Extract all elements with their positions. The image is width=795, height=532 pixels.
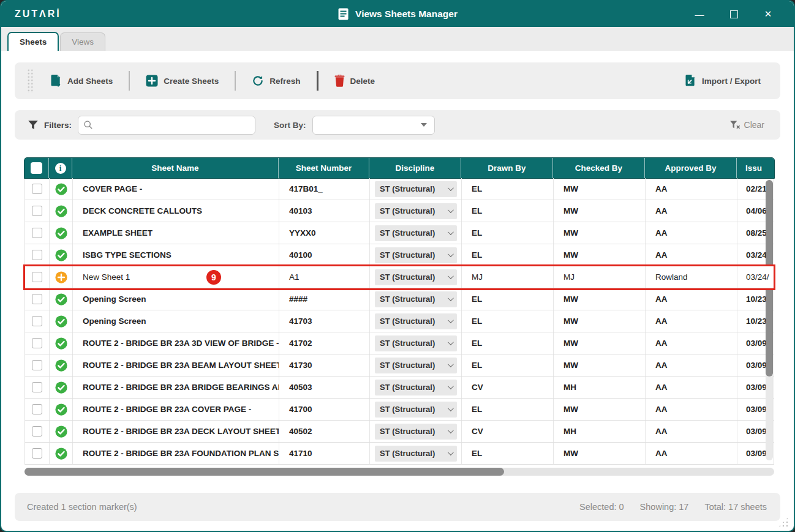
- header-sheet-name[interactable]: Sheet Name: [72, 158, 279, 178]
- tab-sheets[interactable]: Sheets: [7, 32, 59, 51]
- sheet-number-cell[interactable]: 40502: [279, 421, 370, 442]
- search-box[interactable]: [78, 116, 255, 135]
- sheet-number-cell[interactable]: 40100: [279, 244, 370, 266]
- drawn-by-cell[interactable]: EL: [462, 200, 554, 222]
- table-row[interactable]: ROUTE 2 - BRIDGE BR 23A FOUNDATION PLAN …: [25, 443, 774, 465]
- sheet-name-cell[interactable]: New Sheet 1 9: [73, 266, 279, 288]
- checked-by-cell[interactable]: MW: [554, 332, 646, 354]
- approved-by-cell[interactable]: AA: [646, 443, 737, 464]
- header-sheet-number[interactable]: Sheet Number: [279, 158, 369, 178]
- table-row[interactable]: COVER PAGE - 417B01_ ST (Structural) EL …: [25, 178, 774, 200]
- sheet-name-cell[interactable]: ROUTE 2 - BRIDGE BR 23A FOUNDATION PLAN …: [73, 443, 279, 464]
- checked-by-cell[interactable]: MW: [554, 399, 646, 420]
- issue-date-cell[interactable]: 03/24/: [737, 266, 774, 288]
- sheet-number-cell[interactable]: 41710: [279, 443, 370, 464]
- sheet-name-cell[interactable]: ISBG TYPE SECTIONS: [73, 244, 279, 266]
- sheet-number-cell[interactable]: 40103: [279, 200, 370, 222]
- search-input[interactable]: [93, 121, 250, 130]
- sheet-number-cell[interactable]: A1: [279, 266, 370, 288]
- table-row[interactable]: ROUTE 2 - BRIDGE BR 23A COVER PAGE - 417…: [25, 399, 774, 421]
- row-checkbox[interactable]: [32, 184, 42, 194]
- import-export-button[interactable]: Import / Export: [684, 74, 761, 88]
- discipline-dropdown[interactable]: ST (Structural): [375, 247, 457, 263]
- checked-by-cell[interactable]: MW: [554, 288, 646, 310]
- drawn-by-cell[interactable]: EL: [462, 443, 554, 464]
- row-checkbox[interactable]: [32, 228, 42, 238]
- header-checked-by[interactable]: Checked By: [553, 158, 645, 178]
- approved-by-cell[interactable]: Rowland: [646, 266, 737, 288]
- approved-by-cell[interactable]: AA: [646, 399, 737, 420]
- table-row[interactable]: Opening Screen 41703 ST (Structural) EL …: [25, 310, 774, 332]
- discipline-dropdown[interactable]: ST (Structural): [375, 291, 457, 307]
- discipline-dropdown[interactable]: ST (Structural): [375, 446, 457, 462]
- sheet-number-cell[interactable]: 41702: [279, 332, 370, 354]
- horizontal-scrollbar-thumb[interactable]: [24, 468, 504, 476]
- table-row[interactable]: DECK CONCRETE CALLOUTS 40103 ST (Structu…: [25, 200, 774, 222]
- maximize-button[interactable]: [717, 1, 751, 27]
- checked-by-cell[interactable]: MW: [554, 222, 646, 244]
- select-all-checkbox[interactable]: [31, 162, 42, 174]
- row-checkbox[interactable]: [32, 206, 42, 216]
- approved-by-cell[interactable]: AA: [646, 310, 737, 332]
- add-sheets-button[interactable]: Add Sheets: [50, 74, 113, 88]
- sheet-name-cell[interactable]: Opening Screen: [73, 288, 279, 310]
- row-checkbox[interactable]: [32, 426, 42, 436]
- close-button[interactable]: ✕: [751, 1, 785, 27]
- row-checkbox[interactable]: [32, 250, 42, 260]
- discipline-dropdown[interactable]: ST (Structural): [375, 181, 457, 197]
- discipline-dropdown[interactable]: ST (Structural): [375, 313, 457, 329]
- sheet-name-cell[interactable]: ROUTE 2 - BRIDGE BR 23A COVER PAGE -: [73, 399, 279, 420]
- sheet-number-cell[interactable]: YYXX0: [279, 222, 370, 244]
- discipline-dropdown[interactable]: ST (Structural): [375, 203, 457, 219]
- header-select-all[interactable]: [24, 158, 49, 178]
- horizontal-scrollbar[interactable]: [24, 468, 774, 476]
- sheet-number-cell[interactable]: 41700: [279, 399, 370, 420]
- drag-grip-icon[interactable]: [27, 69, 34, 93]
- drawn-by-cell[interactable]: MJ: [462, 266, 554, 288]
- discipline-dropdown[interactable]: ST (Structural): [375, 269, 457, 285]
- table-row[interactable]: ROUTE 2 - BRIDGE BR 23A BRIDGE BEARINGS …: [25, 377, 774, 399]
- clear-filters-button[interactable]: Clear: [729, 120, 764, 130]
- sheet-name-cell[interactable]: ROUTE 2 - BRIDGE BR 23A BRIDGE BEARINGS …: [73, 377, 279, 398]
- minimize-button[interactable]: —: [682, 1, 717, 27]
- sheet-name-cell[interactable]: ROUTE 2 - BRIDGE BR 23A DECK LAYOUT SHEE…: [73, 421, 279, 442]
- discipline-dropdown[interactable]: ST (Structural): [375, 424, 457, 440]
- sheet-number-cell[interactable]: 417B01_: [279, 178, 370, 200]
- approved-by-cell[interactable]: AA: [646, 222, 737, 244]
- sheet-name-cell[interactable]: DECK CONCRETE CALLOUTS: [73, 200, 279, 222]
- drawn-by-cell[interactable]: EL: [462, 288, 554, 310]
- drawn-by-cell[interactable]: CV: [462, 421, 554, 442]
- drawn-by-cell[interactable]: EL: [462, 399, 554, 420]
- header-approved-by[interactable]: Approved By: [645, 158, 737, 178]
- approved-by-cell[interactable]: AA: [646, 354, 737, 376]
- approved-by-cell[interactable]: AA: [646, 200, 737, 222]
- row-checkbox[interactable]: [32, 382, 42, 392]
- table-row[interactable]: ROUTE 2 - BRIDGE BR 23A BEAM LAYOUT SHEE…: [25, 354, 774, 377]
- tab-views[interactable]: Views: [60, 32, 105, 51]
- drawn-by-cell[interactable]: EL: [462, 222, 554, 244]
- drawn-by-cell[interactable]: EL: [462, 332, 554, 354]
- sheet-name-cell[interactable]: COVER PAGE -: [73, 178, 279, 200]
- row-checkbox[interactable]: [32, 404, 42, 414]
- checked-by-cell[interactable]: MW: [554, 354, 646, 376]
- checked-by-cell[interactable]: MW: [554, 443, 646, 464]
- header-issue-date[interactable]: Issu: [737, 158, 774, 178]
- checked-by-cell[interactable]: MW: [554, 178, 646, 200]
- drawn-by-cell[interactable]: EL: [462, 178, 554, 200]
- create-sheets-button[interactable]: Create Sheets: [146, 75, 219, 87]
- discipline-dropdown[interactable]: ST (Structural): [375, 225, 457, 241]
- sheet-name-cell[interactable]: ROUTE 2 - BRIDGE BR 23A 3D VIEW OF BRIDG…: [73, 332, 279, 354]
- approved-by-cell[interactable]: AA: [646, 288, 737, 310]
- approved-by-cell[interactable]: AA: [646, 244, 737, 266]
- approved-by-cell[interactable]: AA: [646, 421, 737, 442]
- checked-by-cell[interactable]: MH: [554, 421, 646, 442]
- row-checkbox[interactable]: [32, 294, 42, 304]
- vertical-scrollbar[interactable]: [766, 180, 773, 460]
- sheet-name-cell[interactable]: EXAMPLE SHEET: [73, 222, 279, 244]
- sheet-name-cell[interactable]: Opening Screen: [73, 310, 279, 332]
- table-row[interactable]: ISBG TYPE SECTIONS 40100 ST (Structural)…: [25, 244, 774, 266]
- header-discipline[interactable]: Discipline: [369, 158, 461, 178]
- approved-by-cell[interactable]: AA: [646, 377, 737, 398]
- sheet-number-cell[interactable]: 41703: [279, 310, 370, 332]
- sheet-number-cell[interactable]: 40503: [279, 377, 370, 398]
